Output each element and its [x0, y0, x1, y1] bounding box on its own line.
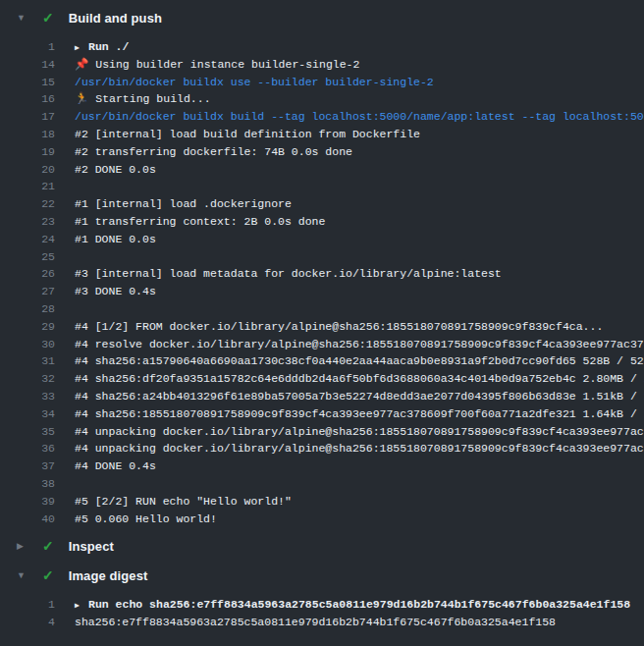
line-number[interactable]: 38: [0, 475, 55, 493]
line-number[interactable]: 35: [0, 423, 55, 441]
line-number[interactable]: 39: [0, 493, 55, 511]
log-text: #4 resolve docker.io/library/alpine@sha2…: [75, 336, 644, 353]
line-number[interactable]: 16: [0, 90, 55, 108]
step-header-build-and-push[interactable]: ▼ ✓ Build and push: [0, 3, 644, 32]
log-text: #4 DONE 0.4s: [75, 458, 156, 475]
line-number[interactable]: 37: [0, 458, 55, 475]
line-number[interactable]: 28: [0, 300, 55, 318]
log-line: 19 #2 transferring dockerfile: 74B 0.0s …: [0, 143, 644, 161]
log-line: 30 #4 resolve docker.io/library/alpine@s…: [0, 336, 644, 353]
line-number[interactable]: 24: [0, 231, 55, 248]
log-line: 4 sha256:e7ff8834a5963a2785c5a0811e979d1…: [0, 614, 644, 631]
log-line: 17 /usr/bin/docker buildx build --tag lo…: [0, 108, 644, 126]
line-number[interactable]: 31: [0, 352, 55, 370]
log-line: 34 #4 sha256:185518070891758909c9f839cf4…: [0, 405, 644, 423]
log-line: 21: [0, 178, 644, 195]
log-text: #4 sha256:a24bb4013296f61e89ba57005a7b3e…: [75, 388, 644, 405]
line-number[interactable]: 34: [0, 405, 55, 423]
log-text: #4 unpacking docker.io/library/alpine@sh…: [75, 423, 644, 441]
log-text: #2 transferring dockerfile: 74B 0.0s don…: [75, 143, 352, 161]
run-group-chevron-icon[interactable]: ▶: [75, 39, 88, 56]
log-line: 22 #1 [internal] load .dockerignore: [0, 195, 644, 213]
log-text: #2 [internal] load build definition from…: [75, 126, 420, 143]
step-build-and-push: ▼ ✓ Build and push 1 ▶Run ./ 14 📌 Using …: [0, 3, 644, 531]
log-line: 15 /usr/bin/docker buildx use --builder …: [0, 74, 644, 91]
log-text: #2 DONE 0.0s: [75, 161, 156, 179]
line-number[interactable]: 14: [0, 56, 55, 74]
log-line: 29 #4 [1/2] FROM docker.io/library/alpin…: [0, 318, 644, 336]
log-line: 33 #4 sha256:a24bb4013296f61e89ba57005a7…: [0, 388, 644, 405]
step-title: Build and push: [69, 11, 162, 26]
line-number[interactable]: 19: [0, 143, 55, 161]
log-line: 35 #4 unpacking docker.io/library/alpine…: [0, 423, 644, 441]
log-text: #5 0.060 Hello world!: [75, 511, 217, 528]
step-log-lines: 1 ▶Run echo sha256:e7ff8834a5963a2785c5a…: [0, 590, 644, 635]
log-line: 25: [0, 248, 644, 266]
line-number[interactable]: 36: [0, 440, 55, 458]
log-line: 27 #3 DONE 0.4s: [0, 283, 644, 300]
chevron-down-icon[interactable]: ▼: [17, 14, 30, 23]
log-line: 24 #1 DONE 0.0s: [0, 231, 644, 248]
step-title: Inspect: [69, 539, 114, 554]
line-number[interactable]: 40: [0, 511, 55, 528]
step-header-image-digest[interactable]: ▼ ✓ Image digest: [0, 561, 644, 590]
log-text: #1 DONE 0.0s: [75, 231, 156, 248]
chevron-down-icon[interactable]: ▼: [17, 571, 30, 580]
step-image-digest: ▼ ✓ Image digest 1 ▶Run echo sha256:e7ff…: [0, 561, 644, 635]
step-title: Image digest: [69, 568, 148, 583]
run-group-chevron-icon[interactable]: ▶: [75, 597, 88, 614]
line-number[interactable]: 4: [0, 614, 55, 631]
log-line: 26 #3 [internal] load metadata for docke…: [0, 265, 644, 283]
log-text: 🏃 Starting build...: [75, 90, 211, 108]
log-text: #3 DONE 0.4s: [75, 283, 156, 300]
line-number[interactable]: 17: [0, 108, 55, 126]
line-number[interactable]: 29: [0, 318, 55, 336]
line-number[interactable]: 21: [0, 178, 55, 195]
log-line: 39 #5 [2/2] RUN echo "Hello world!": [0, 493, 644, 511]
line-number[interactable]: 1: [0, 596, 55, 614]
success-check-icon: ✓: [42, 568, 54, 582]
log-line: 20 #2 DONE 0.0s: [0, 161, 644, 179]
log-line: 1 ▶Run echo sha256:e7ff8834a5963a2785c5a…: [0, 596, 644, 614]
line-number[interactable]: 30: [0, 336, 55, 353]
log-line: 38: [0, 475, 644, 493]
log-text: Run echo sha256:e7ff8834a5963a2785c5a081…: [88, 596, 630, 614]
step-header-inspect[interactable]: ▶ ✓ Inspect: [0, 531, 644, 561]
log-line: 23 #1 transferring context: 2B 0.0s done: [0, 213, 644, 231]
line-number[interactable]: 25: [0, 248, 55, 266]
line-number[interactable]: 22: [0, 195, 55, 213]
step-log-lines: 1 ▶Run ./ 14 📌 Using builder instance bu…: [0, 32, 644, 531]
log-text: #3 [internal] load metadata for docker.i…: [75, 265, 502, 283]
line-number[interactable]: 15: [0, 74, 55, 91]
line-number[interactable]: 1: [0, 38, 55, 56]
success-check-icon: ✓: [42, 539, 54, 553]
log-text: sha256:e7ff8834a5963a2785c5a0811e979d16b…: [75, 614, 556, 631]
log-text: #4 sha256:185518070891758909c9f839cf4ca3…: [75, 405, 644, 423]
log-text: Run ./: [88, 38, 129, 56]
workflow-log-viewer: ▼ ✓ Build and push 1 ▶Run ./ 14 📌 Using …: [0, 0, 644, 646]
line-number[interactable]: 27: [0, 283, 55, 300]
success-check-icon: ✓: [42, 11, 54, 25]
log-text: 📌 Using builder instance builder-single-…: [75, 56, 359, 74]
line-number[interactable]: 23: [0, 213, 55, 231]
chevron-right-icon[interactable]: ▶: [17, 542, 30, 551]
log-text: #4 [1/2] FROM docker.io/library/alpine@s…: [75, 318, 603, 336]
log-text: /usr/bin/docker buildx build --tag local…: [75, 108, 644, 126]
line-number[interactable]: 18: [0, 126, 55, 143]
log-line: 28: [0, 300, 644, 318]
log-line: 40 #5 0.060 Hello world!: [0, 511, 644, 528]
log-text: #4 sha256:a15790640a6690aa1730c38cf0a440…: [75, 352, 644, 370]
log-text: #1 [internal] load .dockerignore: [75, 195, 292, 213]
log-text: #1 transferring context: 2B 0.0s done: [75, 213, 325, 231]
log-line: 31 #4 sha256:a15790640a6690aa1730c38cf0a…: [0, 352, 644, 370]
log-text: #4 unpacking docker.io/library/alpine@sh…: [75, 440, 644, 458]
line-number[interactable]: 20: [0, 161, 55, 179]
log-line: 16 🏃 Starting build...: [0, 90, 644, 108]
line-number[interactable]: 33: [0, 388, 55, 405]
log-line: 36 #4 unpacking docker.io/library/alpine…: [0, 440, 644, 458]
line-number[interactable]: 32: [0, 370, 55, 388]
step-inspect: ▶ ✓ Inspect: [0, 531, 644, 561]
log-line: 14 📌 Using builder instance builder-sing…: [0, 56, 644, 74]
log-text: #4 sha256:df20fa9351a15782c64e6dddb2d4a6…: [75, 370, 644, 388]
line-number[interactable]: 26: [0, 265, 55, 283]
